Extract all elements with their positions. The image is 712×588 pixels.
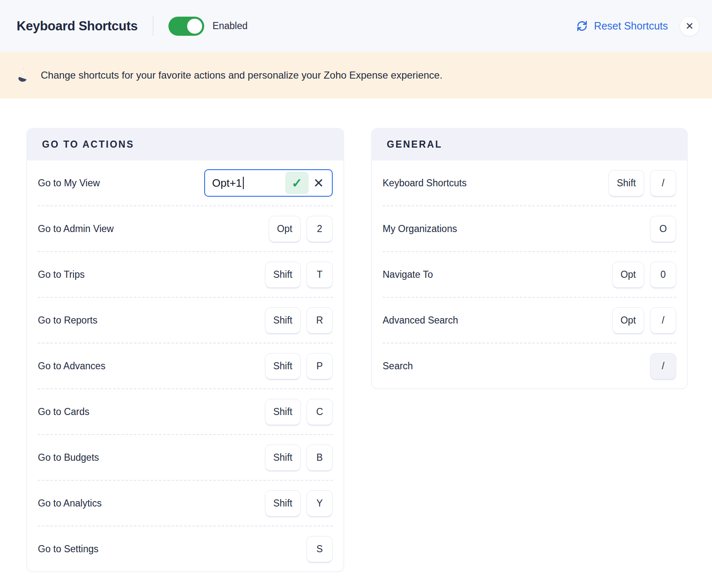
panel-title-general: GENERAL: [372, 128, 687, 161]
keycap-c[interactable]: C: [307, 399, 333, 425]
keycap-shift[interactable]: Shift: [265, 307, 301, 334]
confirm-shortcut-button[interactable]: ✓: [285, 172, 309, 194]
keycap-shift[interactable]: Shift: [265, 399, 301, 425]
shortcut-keys: Shift/: [608, 170, 676, 196]
shortcuts-enabled-toggle[interactable]: [168, 17, 204, 36]
shortcut-label: Navigate To: [383, 269, 433, 280]
header-actions: Reset Shortcuts ✕: [576, 16, 700, 36]
lightning-icon: [17, 67, 29, 84]
shortcut-edit-box[interactable]: Opt+1✓✕: [204, 169, 333, 197]
keycap-y[interactable]: Y: [307, 490, 333, 516]
shortcut-label: Go to Advances: [38, 361, 105, 372]
panel-body-general: Keyboard ShortcutsShift/My Organizations…: [372, 161, 687, 388]
shortcut-keys: ShiftY: [265, 490, 333, 516]
shortcut-keys: ShiftP: [265, 353, 333, 379]
shortcut-row-go-to-trips[interactable]: Go to TripsShiftT: [38, 252, 333, 297]
keycap-slash[interactable]: /: [650, 170, 676, 196]
shortcut-row-go-to-reports[interactable]: Go to ReportsShiftR: [38, 298, 333, 343]
keycap-0[interactable]: 0: [650, 262, 676, 288]
page-title: Keyboard Shortcuts: [17, 19, 138, 34]
panel-body-go-to-actions: Go to My ViewOpt+1✓✕Go to Admin ViewOpt2…: [27, 161, 344, 571]
shortcut-label: Go to Settings: [38, 544, 99, 555]
shortcut-keys: ShiftR: [265, 307, 333, 334]
shortcut-keys: Opt2: [269, 216, 333, 242]
keycap-opt[interactable]: Opt: [612, 262, 644, 288]
shortcut-label: Go to Reports: [38, 315, 97, 326]
shortcut-keys: /: [650, 353, 676, 379]
keycap-opt[interactable]: Opt: [269, 216, 301, 242]
shortcut-row-advanced-search[interactable]: Advanced SearchOpt/: [383, 298, 676, 343]
shortcut-label: Go to Trips: [38, 269, 84, 280]
shortcut-input-value[interactable]: Opt+1: [212, 177, 242, 190]
keycap-p[interactable]: P: [307, 353, 333, 379]
toggle-label: Enabled: [213, 20, 247, 32]
shortcut-label: Go to Admin View: [38, 223, 114, 235]
shortcut-keys: ShiftT: [265, 262, 333, 288]
banner-text: Change shortcuts for your favorite actio…: [41, 69, 443, 81]
keycap-slash[interactable]: /: [650, 353, 676, 379]
close-button[interactable]: ✕: [680, 16, 700, 36]
toggle-knob: [187, 19, 202, 34]
text-cursor: [243, 177, 244, 189]
keycap-t[interactable]: T: [307, 262, 333, 288]
shortcut-row-go-to-settings[interactable]: Go to SettingsS: [38, 526, 333, 571]
shortcut-keys: Opt0: [612, 262, 676, 288]
keycap-r[interactable]: R: [307, 307, 333, 334]
shortcut-row-go-to-advances[interactable]: Go to AdvancesShiftP: [38, 343, 333, 388]
shortcut-keys: O: [650, 216, 676, 242]
general-panel: GENERAL Keyboard ShortcutsShift/My Organ…: [371, 128, 687, 389]
shortcut-keys: S: [307, 536, 333, 562]
close-icon: ✕: [685, 20, 694, 32]
shortcut-keys: ShiftB: [265, 445, 333, 471]
reset-shortcuts-button[interactable]: Reset Shortcuts: [576, 20, 668, 32]
keycap-shift[interactable]: Shift: [265, 353, 301, 379]
shortcut-label: Go to Budgets: [38, 452, 99, 463]
keycap-slash[interactable]: /: [650, 307, 676, 334]
shortcut-label: Keyboard Shortcuts: [383, 178, 467, 189]
keycap-s[interactable]: S: [307, 536, 333, 562]
shortcut-row-go-to-admin-view[interactable]: Go to Admin ViewOpt2: [38, 206, 333, 251]
keycap-shift[interactable]: Shift: [265, 445, 301, 471]
keycap-o[interactable]: O: [650, 216, 676, 242]
shortcut-label: Go to Analytics: [38, 498, 101, 509]
keycap-2[interactable]: 2: [307, 216, 333, 242]
refresh-icon: [576, 20, 588, 32]
shortcut-row-go-to-budgets[interactable]: Go to BudgetsShiftB: [38, 435, 333, 480]
panel-title-go-to-actions: GO TO ACTIONS: [27, 128, 344, 161]
info-banner: Change shortcuts for your favorite actio…: [0, 52, 712, 99]
header-divider: [153, 17, 153, 36]
reset-shortcuts-label: Reset Shortcuts: [594, 20, 668, 32]
shortcut-keys: Opt/: [612, 307, 676, 334]
shortcut-row-go-to-analytics[interactable]: Go to AnalyticsShiftY: [38, 481, 333, 526]
cancel-shortcut-button[interactable]: ✕: [309, 172, 329, 194]
shortcuts-content: GO TO ACTIONS Go to My ViewOpt+1✓✕Go to …: [0, 99, 712, 572]
shortcut-label: Go to Cards: [38, 406, 89, 418]
shortcut-row-my-organizations[interactable]: My OrganizationsO: [383, 206, 676, 251]
shortcut-row-navigate-to[interactable]: Navigate ToOpt0: [383, 252, 676, 297]
keycap-shift[interactable]: Shift: [265, 262, 301, 288]
check-icon: ✓: [292, 175, 302, 191]
header-bar: Keyboard Shortcuts Enabled Reset Shortcu…: [0, 0, 712, 52]
shortcut-row-keyboard-shortcuts[interactable]: Keyboard ShortcutsShift/: [383, 161, 676, 205]
keycap-b[interactable]: B: [307, 445, 333, 471]
shortcut-row-go-to-my-view[interactable]: Go to My ViewOpt+1✓✕: [38, 161, 333, 205]
shortcut-label: Advanced Search: [383, 315, 458, 326]
close-icon: ✕: [313, 175, 324, 191]
keycap-shift[interactable]: Shift: [265, 490, 301, 516]
shortcut-row-go-to-cards[interactable]: Go to CardsShiftC: [38, 389, 333, 434]
shortcut-label: Go to My View: [38, 178, 100, 189]
go-to-actions-panel: GO TO ACTIONS Go to My ViewOpt+1✓✕Go to …: [27, 128, 344, 572]
shortcut-keys: ShiftC: [265, 399, 333, 425]
keycap-opt[interactable]: Opt: [612, 307, 644, 334]
shortcut-row-search[interactable]: Search/: [383, 343, 676, 388]
shortcut-label: Search: [383, 361, 413, 372]
keycap-shift[interactable]: Shift: [608, 170, 644, 196]
shortcut-label: My Organizations: [383, 223, 457, 235]
